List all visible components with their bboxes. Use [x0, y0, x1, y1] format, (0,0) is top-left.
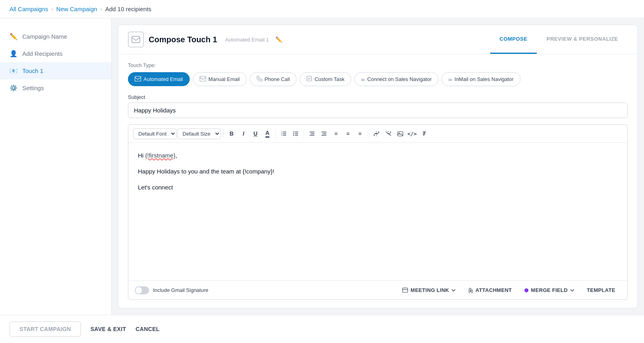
breadcrumb-new-campaign[interactable]: New Campaign	[56, 6, 97, 12]
ordered-list-icon: 1 2 3	[281, 131, 287, 136]
gear-icon: ⚙️	[10, 84, 18, 92]
sidebar-item-campaign-name[interactable]: ✏️ Campaign Name	[0, 28, 111, 45]
svg-rect-2	[200, 76, 206, 81]
touch-type-custom-task-label: Custom Task	[314, 76, 344, 82]
firstname-field: {!firstname}	[145, 152, 175, 159]
sidebar-item-settings[interactable]: ⚙️ Settings	[0, 79, 111, 97]
ordered-list-button[interactable]: 1 2 3	[278, 128, 289, 139]
image-icon	[397, 131, 403, 136]
image-button[interactable]	[395, 128, 406, 139]
merge-chevron-icon	[570, 289, 574, 292]
breadcrumb-sep-2: ›	[100, 6, 102, 12]
breadcrumb-add-recipients: Add 10 recipients	[105, 6, 151, 12]
touch-type-manual-email-label: Manual Email	[208, 76, 240, 82]
touch-type-label: Touch Type:	[128, 62, 628, 68]
touch-type-automated-email[interactable]: Automated Email	[128, 72, 190, 86]
svg-rect-1	[135, 76, 141, 81]
text-color-button[interactable]: A	[262, 128, 273, 139]
save-exit-button[interactable]: SAVE & EXIT	[90, 326, 126, 332]
unordered-list-icon	[293, 131, 298, 136]
unlink-icon	[385, 131, 391, 136]
svg-point-24	[399, 132, 399, 133]
size-select[interactable]: Default Size	[177, 128, 221, 139]
panel-subtitle: Automated Email 1	[225, 37, 269, 43]
attachment-button[interactable]: ATTACHMENT	[463, 285, 517, 296]
unlink-button[interactable]	[383, 128, 394, 139]
toolbar-sep-1	[223, 130, 224, 138]
touch-type-connect-sales-nav-label: Connect on Sales Navigator	[367, 76, 432, 82]
link-button[interactable]	[371, 128, 382, 139]
panel-title: Compose Touch 1	[149, 35, 217, 44]
sidebar-item-touch-1[interactable]: 📧 Touch 1	[0, 62, 111, 79]
italic-button[interactable]: I	[238, 128, 249, 139]
tab-preview[interactable]: PREVIEW & PERSONALIZE	[537, 25, 628, 54]
main-layout: ✏️ Campaign Name 👤 Add Recipients 📧 Touc…	[0, 18, 644, 315]
meeting-link-label: MEETING LINK	[410, 287, 449, 293]
sidebar-item-add-recipients[interactable]: 👤 Add Recipients	[0, 45, 111, 62]
panel-header: Compose Touch 1 Automated Email 1 ✏️ COM…	[118, 25, 637, 54]
attachment-icon	[468, 288, 473, 293]
linkedin-connect-icon: in	[361, 77, 365, 82]
template-button[interactable]: TEMPLATE	[581, 285, 621, 296]
breadcrumb-all-campaigns[interactable]: All Campaigns	[10, 6, 48, 12]
tab-nav: COMPOSE PREVIEW & PERSONALIZE	[490, 25, 628, 54]
clear-format-button[interactable]: T	[418, 128, 430, 139]
align-outdent-button[interactable]	[306, 128, 318, 139]
footer-actions: MEETING LINK ATTACHMENT	[397, 285, 621, 296]
merge-dot	[524, 288, 528, 292]
subject-input[interactable]	[128, 103, 628, 118]
breadcrumb: All Campaigns › New Campaign › Add 10 re…	[0, 0, 644, 18]
touch-type-connect-sales-nav[interactable]: in Connect on Sales Navigator	[354, 72, 438, 86]
touch-type-manual-email[interactable]: Manual Email	[193, 72, 247, 86]
sidebar-item-touch-1-label: Touch 1	[22, 67, 43, 74]
align-indent-button[interactable]	[318, 128, 330, 139]
underline-button[interactable]: U	[250, 128, 261, 139]
sidebar-item-campaign-name-label: Campaign Name	[22, 33, 67, 40]
svg-point-11	[293, 133, 294, 134]
editor-body[interactable]: Hi {!firstname}, Happy Holidays to you a…	[128, 143, 627, 280]
code-button[interactable]: </>	[406, 128, 418, 139]
start-campaign-button[interactable]: START CAMPAIGN	[10, 321, 81, 337]
merge-field-button[interactable]: MERGE FIELD	[519, 285, 579, 296]
email-icon	[135, 76, 141, 83]
phone-icon	[257, 76, 262, 83]
meeting-link-button[interactable]: MEETING LINK	[397, 285, 461, 296]
touch-type-phone-call[interactable]: Phone Call	[250, 72, 297, 86]
svg-point-12	[293, 135, 294, 136]
cancel-button[interactable]: CANCEL	[135, 326, 159, 332]
touch-type-phone-call-label: Phone Call	[265, 76, 290, 82]
indent-icon	[321, 131, 327, 136]
font-select[interactable]: Default Font	[133, 128, 177, 139]
gmail-signature-toggle[interactable]	[135, 286, 149, 294]
outdent-icon	[309, 131, 315, 136]
touch-type-automated-email-label: Automated Email	[143, 76, 183, 82]
toolbar-sep-3	[304, 130, 304, 138]
touch-type-inmail-sales-nav[interactable]: in InMail on Sales Navigator	[442, 72, 520, 86]
pencil-icon[interactable]: ✏️	[275, 36, 282, 43]
toolbar-sep-4	[368, 130, 368, 138]
subject-section: Subject	[128, 94, 628, 118]
editor-toolbar: Default Font Default Size B I U A	[128, 125, 627, 143]
align-left-button[interactable]: ≡	[330, 128, 342, 139]
tab-compose[interactable]: COMPOSE	[490, 25, 537, 54]
toolbar-sep-2	[275, 130, 276, 138]
align-center-button[interactable]: ≡	[342, 128, 353, 139]
editor-line-2: Happy Holidays to you and the team at {!…	[138, 167, 618, 176]
unordered-list-button[interactable]	[290, 128, 301, 139]
merge-field-label: MERGE FIELD	[531, 287, 567, 293]
bold-button[interactable]: B	[226, 128, 237, 139]
editor-container: Default Font Default Size B I U A	[128, 124, 628, 300]
manual-email-icon	[200, 76, 206, 83]
attachment-label: ATTACHMENT	[475, 287, 512, 293]
link-icon	[373, 131, 379, 136]
align-right-button[interactable]: ≡	[354, 128, 365, 139]
panel-body: Touch Type: Automated Email	[118, 54, 637, 308]
template-label: TEMPLATE	[587, 287, 616, 293]
meeting-icon	[402, 288, 408, 293]
touch-type-custom-task[interactable]: Custom Task	[300, 72, 351, 86]
edit-icon: ✏️	[10, 33, 18, 40]
chevron-down-icon	[452, 289, 456, 292]
svg-rect-25	[402, 288, 408, 292]
editor-footer: Include Gmail Signature MEETING L	[128, 280, 627, 300]
person-icon: 👤	[10, 50, 18, 57]
